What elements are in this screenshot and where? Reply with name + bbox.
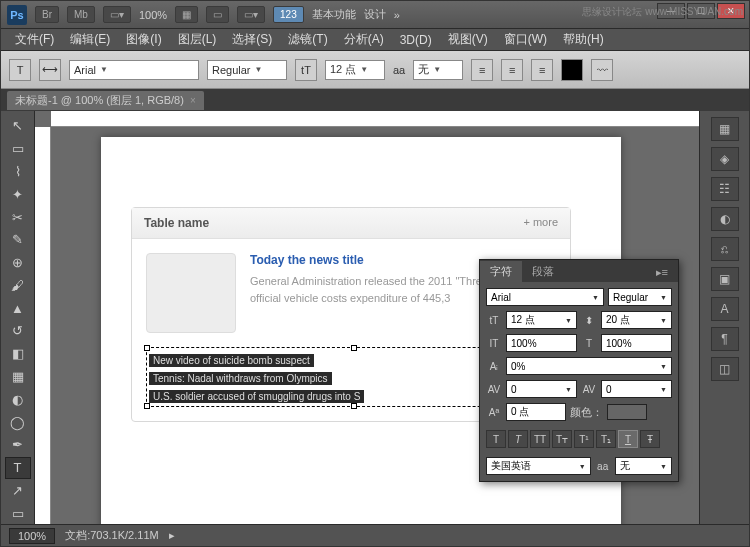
lasso-tool[interactable]: ⌇ xyxy=(5,161,31,183)
shape-tool[interactable]: ▭ xyxy=(5,502,31,524)
workspace-design[interactable]: 设计 xyxy=(364,7,386,22)
cp-baseline-shift-input[interactable]: 0 点 xyxy=(506,403,566,421)
menu-layer[interactable]: 图层(L) xyxy=(172,29,223,50)
actions-panel-icon[interactable]: ▣ xyxy=(711,267,739,291)
menu-file[interactable]: 文件(F) xyxy=(9,29,60,50)
cp-color-swatch[interactable] xyxy=(607,404,647,420)
tool-preset-icon[interactable]: T xyxy=(9,59,31,81)
blur-tool[interactable]: ◐ xyxy=(5,388,31,410)
menu-image[interactable]: 图像(I) xyxy=(120,29,167,50)
menu-edit[interactable]: 编辑(E) xyxy=(64,29,116,50)
brush-tool[interactable]: 🖌 xyxy=(5,274,31,296)
selection-handle[interactable] xyxy=(144,403,150,409)
menu-select[interactable]: 选择(S) xyxy=(226,29,278,50)
crop-tool[interactable]: ✂ xyxy=(5,206,31,228)
cp-font-select[interactable]: Arial▼ xyxy=(486,288,604,306)
font-size-select[interactable]: 12 点▼ xyxy=(325,60,385,80)
leading-icon: ⬍ xyxy=(581,315,597,326)
minibridge-button[interactable]: Mb xyxy=(67,6,95,23)
clone-panel-icon[interactable]: ⎌ xyxy=(711,237,739,261)
tab-character[interactable]: 字符 xyxy=(480,261,522,282)
path-tool[interactable]: ↗ xyxy=(5,480,31,502)
font-family-select[interactable]: Arial▼ xyxy=(69,60,199,80)
layers-panel-icon[interactable]: ◈ xyxy=(711,147,739,171)
card-more-link: + more xyxy=(523,216,558,230)
selection-handle[interactable] xyxy=(144,345,150,351)
menu-window[interactable]: 窗口(W) xyxy=(498,29,553,50)
cp-antialias-select[interactable]: 无▼ xyxy=(615,457,672,475)
wand-tool[interactable]: ✦ xyxy=(5,183,31,205)
cp-language-select[interactable]: 美国英语▼ xyxy=(486,457,591,475)
subscript-button[interactable]: T₁ xyxy=(596,430,616,448)
antialias-select[interactable]: 无▼ xyxy=(413,60,463,80)
move-tool[interactable]: ↖ xyxy=(5,115,31,137)
font-weight-select[interactable]: Regular▼ xyxy=(207,60,287,80)
document-tab[interactable]: 未标题-1 @ 100% (图层 1, RGB/8) × xyxy=(7,91,204,110)
warp-text-button[interactable]: 〰 xyxy=(591,59,613,81)
selection-handle[interactable] xyxy=(351,345,357,351)
type-tool[interactable]: T xyxy=(5,457,31,479)
ruler-horizontal[interactable] xyxy=(51,111,699,127)
workspace-basic[interactable]: 基本功能 xyxy=(312,7,356,22)
cp-kerning-input[interactable]: 0▼ xyxy=(506,380,577,398)
panel-menu-icon[interactable]: ▸≡ xyxy=(646,263,678,282)
character-panel[interactable]: 字符 段落 ▸≡ Arial▼ Regular▼ tT 12 点▼ ⬍ 20 点… xyxy=(479,259,679,482)
news-thumbnail xyxy=(146,253,236,333)
menu-3d[interactable]: 3D(D) xyxy=(394,31,438,49)
gradient-tool[interactable]: ▦ xyxy=(5,366,31,388)
status-zoom[interactable]: 100% xyxy=(9,528,55,544)
cp-size-input[interactable]: 12 点▼ xyxy=(506,311,577,329)
smallcaps-button[interactable]: Tᴛ xyxy=(552,430,572,448)
close-tab-icon[interactable]: × xyxy=(190,95,196,106)
cp-hscale-input[interactable]: 100% xyxy=(601,334,672,352)
marquee-tool[interactable]: ▭ xyxy=(5,138,31,160)
superscript-button[interactable]: T¹ xyxy=(574,430,594,448)
status-menu-icon[interactable]: ▸ xyxy=(169,529,175,542)
menu-analysis[interactable]: 分析(A) xyxy=(338,29,390,50)
text-color-swatch[interactable] xyxy=(561,59,583,81)
screen-mode-button[interactable]: ▭▾ xyxy=(103,6,131,23)
bold-button[interactable]: T xyxy=(486,430,506,448)
stamp-tool[interactable]: ▲ xyxy=(5,297,31,319)
brush-panel-icon[interactable]: ◐ xyxy=(711,207,739,231)
heal-tool[interactable]: ⊕ xyxy=(5,252,31,274)
strikethrough-button[interactable]: Ŧ xyxy=(640,430,660,448)
hand-grid-button[interactable]: ▦ xyxy=(175,6,198,23)
extras-button[interactable]: ▭▾ xyxy=(237,6,265,23)
eyedropper-tool[interactable]: ✎ xyxy=(5,229,31,251)
dodge-tool[interactable]: ◯ xyxy=(5,411,31,433)
allcaps-button[interactable]: TT xyxy=(530,430,550,448)
align-center-button[interactable]: ≡ xyxy=(501,59,523,81)
orientation-button[interactable]: ⟷ xyxy=(39,59,61,81)
character-panel-icon[interactable]: A xyxy=(711,297,739,321)
doc-arrange-button[interactable]: ▭ xyxy=(206,6,229,23)
align-left-button[interactable]: ≡ xyxy=(471,59,493,81)
menu-filter[interactable]: 滤镜(T) xyxy=(282,29,333,50)
cp-vscale-input[interactable]: 100% xyxy=(506,334,577,352)
styles-panel-icon[interactable]: ◫ xyxy=(711,357,739,381)
btn-123[interactable]: 123 xyxy=(273,6,304,23)
tab-paragraph[interactable]: 段落 xyxy=(522,261,564,282)
cp-leading-input[interactable]: 20 点▼ xyxy=(601,311,672,329)
paragraph-panel-icon[interactable]: ¶ xyxy=(711,327,739,351)
selection-handle[interactable] xyxy=(351,403,357,409)
bridge-button[interactable]: Br xyxy=(35,6,59,23)
menu-view[interactable]: 视图(V) xyxy=(442,29,494,50)
menu-help[interactable]: 帮助(H) xyxy=(557,29,610,50)
underline-button[interactable]: T xyxy=(618,430,638,448)
ruler-vertical[interactable] xyxy=(35,127,51,524)
swatches-panel-icon[interactable]: ▦ xyxy=(711,117,739,141)
cp-baseline-pct-input[interactable]: 0%▼ xyxy=(506,357,672,375)
align-right-button[interactable]: ≡ xyxy=(531,59,553,81)
char-panel-tabs: 字符 段落 ▸≡ xyxy=(480,260,678,282)
type-style-buttons: T T TT Tᴛ T¹ T₁ T Ŧ xyxy=(486,426,672,452)
more-workspaces-icon[interactable]: » xyxy=(394,9,400,21)
eraser-tool[interactable]: ◧ xyxy=(5,343,31,365)
italic-button[interactable]: T xyxy=(508,430,528,448)
cp-weight-select[interactable]: Regular▼ xyxy=(608,288,672,306)
history-panel-icon[interactable]: ☷ xyxy=(711,177,739,201)
ps-logo-icon: Ps xyxy=(7,5,27,25)
pen-tool[interactable]: ✒ xyxy=(5,434,31,456)
history-brush-tool[interactable]: ↺ xyxy=(5,320,31,342)
cp-tracking-input[interactable]: 0▼ xyxy=(601,380,672,398)
